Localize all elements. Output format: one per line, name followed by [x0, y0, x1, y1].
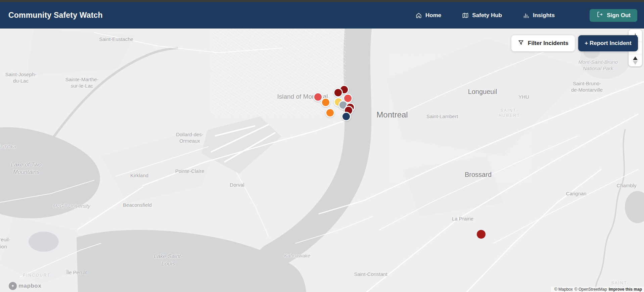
sign-out-button[interactable]: Sign Out [590, 9, 637, 22]
compass-north-icon [633, 56, 638, 60]
nav-insights[interactable]: Insights [523, 12, 555, 19]
nav-home[interactable]: Home [415, 12, 441, 19]
bar-chart-icon [523, 12, 530, 19]
incident-marker[interactable] [333, 88, 343, 97]
home-icon [415, 12, 422, 19]
attribution-improve-link[interactable]: Improve this map [609, 287, 642, 292]
header-nav: Home Safety Hub Insights Sign Out [415, 9, 637, 22]
map-attribution: © Mapbox © OpenStreetMap Improve this ma… [551, 287, 644, 292]
compass-south-icon [633, 61, 638, 65]
incident-marker[interactable] [321, 98, 330, 107]
funnel-icon [518, 39, 524, 47]
nav-home-label: Home [425, 12, 441, 19]
mapbox-pin-icon: ✦ [9, 282, 17, 290]
incident-markers-layer [0, 29, 644, 292]
incident-marker[interactable] [477, 230, 486, 239]
nav-safety-hub-label: Safety Hub [472, 12, 502, 19]
sign-out-icon [596, 11, 603, 19]
report-incident-button[interactable]: + Report Incident [578, 35, 638, 51]
incident-marker[interactable] [325, 108, 335, 117]
nav-safety-hub[interactable]: Safety Hub [462, 12, 502, 19]
sign-out-label: Sign Out [607, 12, 631, 19]
compass-button[interactable] [629, 54, 642, 66]
mapbox-logo[interactable]: ✦ mapbox [9, 282, 41, 290]
report-incident-label: + Report Incident [585, 40, 631, 47]
attribution-mapbox-link[interactable]: © Mapbox [554, 287, 573, 292]
filter-incidents-label: Filter Incidents [528, 40, 568, 47]
app-title: Community Safety Watch [8, 11, 103, 20]
filter-incidents-button[interactable]: Filter Incidents [511, 35, 575, 51]
map-icon [462, 12, 469, 19]
incident-marker[interactable] [341, 112, 351, 121]
app-root: Community Safety Watch Home Safety Hub I… [0, 0, 644, 292]
app-header: Community Safety Watch Home Safety Hub I… [0, 0, 644, 29]
map-canvas[interactable]: Saint-EustacheSaint-Joseph- du-LacSainte… [0, 29, 644, 292]
attribution-osm-link[interactable]: © OpenStreetMap [574, 287, 607, 292]
mapbox-wordmark: mapbox [18, 283, 41, 289]
nav-insights-label: Insights [533, 12, 555, 19]
